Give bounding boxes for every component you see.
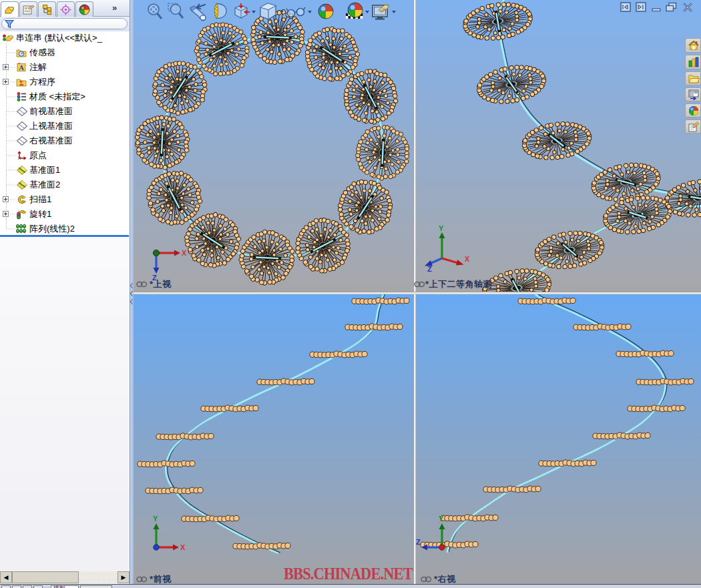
svg-text:Z: Z — [427, 265, 432, 273]
svg-text:X: X — [180, 543, 186, 551]
svg-text:Y: Y — [439, 224, 444, 232]
svg-text:A: A — [19, 64, 24, 71]
svg-text:Y: Y — [439, 515, 444, 523]
svg-text:X: X — [465, 255, 470, 263]
svg-text:X: X — [182, 249, 187, 257]
svg-text:Y: Y — [153, 515, 158, 523]
svg-text:Σ: Σ — [19, 80, 23, 87]
svg-text:Z: Z — [416, 538, 421, 546]
